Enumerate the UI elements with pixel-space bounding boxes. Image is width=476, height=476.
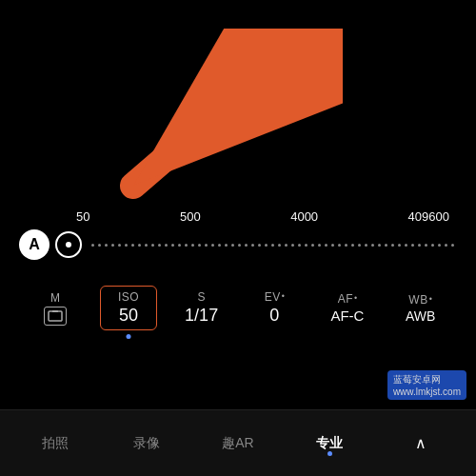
bottom-nav: 拍照 录像 趣AR 专业 ∧	[0, 409, 476, 476]
tick	[245, 244, 248, 247]
tick	[325, 244, 327, 247]
tick	[171, 244, 174, 247]
tick	[431, 244, 434, 247]
tick	[158, 244, 161, 247]
tick	[211, 244, 214, 247]
svg-line-1	[133, 38, 305, 186]
arrow-container	[76, 29, 343, 219]
tick	[411, 244, 414, 247]
tick	[378, 244, 381, 247]
watermark-line1: 蓝莓安卓网	[393, 373, 461, 387]
nav-ar[interactable]: 趣AR	[192, 435, 284, 452]
scale-label-4000: 4000	[290, 209, 318, 224]
nav-pro[interactable]: 专业	[284, 435, 375, 452]
scale-labels: 50 500 4000 409600	[10, 209, 466, 224]
tick	[271, 244, 274, 247]
mode-label: M	[50, 291, 61, 305]
tick	[398, 244, 401, 247]
af-value: AF-C	[330, 307, 364, 324]
tick	[225, 244, 228, 247]
tick	[438, 244, 441, 247]
mode-icon	[44, 307, 67, 326]
tick	[365, 244, 367, 247]
tick	[145, 244, 148, 247]
tick	[298, 244, 301, 247]
tick	[318, 244, 321, 247]
tick	[151, 244, 154, 247]
nav-video[interactable]: 录像	[101, 435, 192, 452]
tick	[198, 244, 201, 247]
tick	[138, 244, 141, 247]
wb-value: AWB	[406, 308, 435, 324]
tick	[418, 244, 421, 247]
ev-label: EV	[265, 290, 281, 304]
tick	[451, 244, 454, 247]
shutter-label: S	[197, 290, 206, 304]
tick	[125, 244, 128, 247]
watermark-url: www.lmkjst.com	[393, 387, 461, 397]
ev-value: 0	[269, 306, 279, 326]
af-label: AF	[338, 292, 353, 306]
tick	[345, 244, 347, 247]
svg-rect-2	[49, 311, 62, 321]
tick	[231, 244, 234, 247]
tick	[358, 244, 361, 247]
tick	[218, 244, 221, 247]
iso-label: ISO	[118, 290, 139, 304]
tick	[251, 244, 254, 247]
tick	[178, 244, 181, 247]
tick	[185, 244, 188, 247]
manual-button[interactable]	[55, 231, 82, 258]
tick	[238, 244, 241, 247]
tick	[351, 244, 354, 247]
af-badge: •	[354, 293, 357, 303]
scale-label-500: 500	[180, 209, 201, 224]
tick	[205, 244, 208, 247]
tick	[425, 244, 427, 247]
tick	[311, 244, 314, 247]
scale-label-409600: 409600	[408, 209, 449, 224]
tick	[98, 244, 101, 247]
scale-label-50: 50	[76, 209, 89, 224]
watermark: 蓝莓安卓网 www.lmkjst.com	[387, 370, 466, 400]
control-ev[interactable]: EV • 0	[246, 290, 303, 326]
arrow-svg	[76, 29, 343, 219]
tick	[445, 244, 447, 247]
tick	[405, 244, 407, 247]
iso-value: 50	[119, 306, 138, 326]
tick	[385, 244, 387, 247]
tick	[285, 244, 288, 247]
control-mode[interactable]: M	[27, 291, 84, 326]
control-af[interactable]: AF • AF-C	[319, 292, 376, 324]
tick	[331, 244, 334, 247]
scale-track: A	[10, 229, 466, 260]
controls-row: M ISO 50 S 1/17 EV • 0 AF • AF-C	[0, 286, 476, 330]
tick	[371, 244, 374, 247]
tick	[91, 244, 94, 247]
tick	[191, 244, 194, 247]
tick	[118, 244, 121, 247]
tick	[391, 244, 394, 247]
nav-more[interactable]: ∧	[375, 434, 466, 452]
control-shutter[interactable]: S 1/17	[173, 290, 230, 326]
scale-area: 50 500 4000 409600 A	[0, 209, 476, 260]
auto-button[interactable]: A	[19, 229, 50, 260]
wb-badge: •	[429, 294, 432, 304]
tick	[131, 244, 134, 247]
tick	[338, 244, 341, 247]
tick	[305, 244, 307, 247]
svg-rect-3	[52, 310, 58, 312]
nav-photo[interactable]: 拍照	[10, 435, 101, 452]
wb-label: WB	[408, 293, 427, 307]
ev-badge: •	[282, 291, 285, 301]
tick	[265, 244, 268, 247]
tick	[165, 244, 168, 247]
control-wb[interactable]: WB • AWB	[392, 293, 449, 324]
tick	[291, 244, 294, 247]
tick	[105, 244, 108, 247]
chevron-up-icon: ∧	[415, 434, 426, 452]
shutter-value: 1/17	[185, 306, 218, 326]
dots-line	[88, 244, 458, 247]
control-iso[interactable]: ISO 50	[100, 286, 157, 330]
tick	[258, 244, 261, 247]
